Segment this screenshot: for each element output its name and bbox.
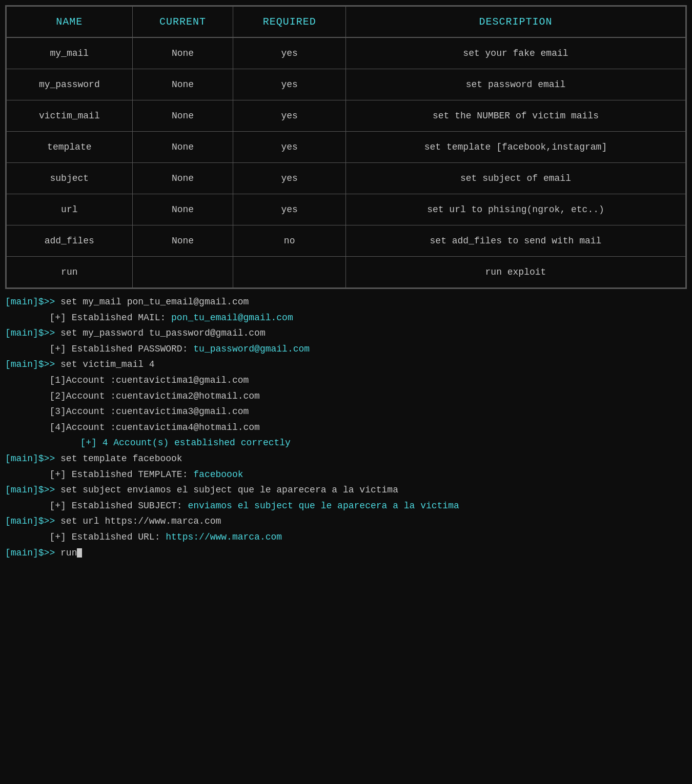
cell-description: run exploit — [345, 257, 685, 288]
cmd-text: set template faceboook — [60, 453, 182, 464]
plain-text: [4]Account :cuentavictima4@hotmail.com — [49, 422, 259, 432]
table-row: subjectNoneyesset subject of email — [7, 163, 686, 194]
table-row: add_filesNonenoset add_files to send wit… — [7, 225, 686, 257]
col-header-name: NAME — [7, 7, 133, 38]
cell-current: None — [132, 132, 233, 163]
plain-indent — [5, 406, 49, 417]
cmd-text: set my_password tu_password@gmail.com — [60, 328, 266, 338]
col-header-required: REQUIRED — [233, 7, 346, 38]
prompt: [main]$>> — [5, 453, 60, 464]
cell-current: None — [132, 37, 233, 69]
table-row: templateNoneyesset template [facebook,in… — [7, 132, 686, 163]
table-row: runrun exploit — [7, 257, 686, 288]
response-indent — [5, 532, 49, 542]
cell-current: None — [132, 100, 233, 132]
cmd-text: set victim_mail 4 — [60, 359, 155, 369]
terminal-line: [3]Account :cuentavictima3@gmail.com — [5, 404, 687, 420]
cell-description: set the NUMBER of victim mails — [345, 100, 685, 132]
table-row: my_mailNoneyesset your fake email — [7, 37, 686, 69]
terminal-line: [+] Established URL: https://www.marca.c… — [5, 529, 687, 545]
cell-description: set subject of email — [345, 163, 685, 194]
prompt: [main]$>> — [5, 548, 60, 558]
terminal-line: [main]$>> set my_password tu_password@gm… — [5, 325, 687, 341]
cell-current: None — [132, 225, 233, 257]
response-label: [+] Established SUBJECT: — [49, 501, 188, 511]
col-header-current: CURRENT — [132, 7, 233, 38]
response-label: [+] Established TEMPLATE: — [49, 469, 193, 480]
cell-required — [233, 257, 346, 288]
response-value: pon_tu_email@gmail.com — [171, 313, 293, 323]
terminal-line: [+] Established MAIL: pon_tu_email@gmail… — [5, 310, 687, 326]
terminal-line: [main]$>> set victim_mail 4 — [5, 357, 687, 373]
cursor — [77, 548, 82, 558]
cell-name: my_mail — [7, 37, 133, 69]
plain-text: [3]Account :cuentavictima3@gmail.com — [49, 406, 249, 417]
cell-current: None — [132, 163, 233, 194]
response-value: faceboook — [193, 469, 243, 480]
plain-indent — [5, 422, 49, 432]
cell-required: yes — [233, 100, 346, 132]
plain-text: [1]Account :cuentavictima1@gmail.com — [49, 375, 249, 385]
cell-description: set add_files to send with mail — [345, 225, 685, 257]
cell-required: yes — [233, 69, 346, 100]
cmd-text: set my_mail pon_tu_email@gmail.com — [60, 297, 249, 307]
prompt: [main]$>> — [5, 485, 60, 495]
plain-indent — [5, 375, 49, 385]
cell-description: set your fake email — [345, 37, 685, 69]
terminal-output: [main]$>> set my_mail pon_tu_email@gmail… — [5, 294, 687, 561]
terminal-line: [main]$>> set template faceboook — [5, 451, 687, 467]
cmd-text: set url https://www.marca.com — [60, 516, 221, 526]
prompt: [main]$>> — [5, 297, 60, 307]
response-label: [+] Established URL: — [49, 532, 166, 542]
terminal-line: [+] Established PASSWORD: tu_password@gm… — [5, 341, 687, 357]
prompt: [main]$>> — [5, 516, 60, 526]
terminal-line: [2]Account :cuentavictima2@hotmail.com — [5, 388, 687, 404]
prompt: [main]$>> — [5, 359, 60, 369]
cell-name: my_password — [7, 69, 133, 100]
response-value: https://www.marca.com — [166, 532, 282, 542]
cell-description: set url to phising(ngrok, etc..) — [345, 194, 685, 225]
response-indent — [5, 438, 49, 448]
cmd-text: run — [60, 548, 77, 558]
terminal-line: [4]Account :cuentavictima4@hotmail.com — [5, 420, 687, 436]
options-table: NAME CURRENT REQUIRED DESCRIPTION my_mai… — [6, 6, 686, 288]
table-row: my_passwordNoneyesset password email — [7, 69, 686, 100]
cell-name: url — [7, 194, 133, 225]
response-indent — [5, 344, 49, 354]
terminal-line: [main]$>> run — [5, 545, 687, 561]
cell-required: yes — [233, 37, 346, 69]
plain-text: [2]Account :cuentavictima2@hotmail.com — [49, 391, 259, 401]
cell-required: yes — [233, 132, 346, 163]
cell-current: None — [132, 69, 233, 100]
terminal-line: [main]$>> set subject enviamos el subjec… — [5, 482, 687, 498]
response-indent — [5, 469, 49, 480]
response-label: [+] Established MAIL: — [49, 313, 171, 323]
response-value: enviamos el subject que le aparecera a l… — [188, 501, 459, 511]
cell-name: template — [7, 132, 133, 163]
cell-required: yes — [233, 194, 346, 225]
col-header-description: DESCRIPTION — [345, 7, 685, 38]
response-indent — [5, 501, 49, 511]
cell-name: subject — [7, 163, 133, 194]
cell-name: run — [7, 257, 133, 288]
terminal-line: [1]Account :cuentavictima1@gmail.com — [5, 373, 687, 388]
terminal-line: [+] Established TEMPLATE: faceboook — [5, 467, 687, 483]
cell-description: set password email — [345, 69, 685, 100]
response-label: [+] Established PASSWORD: — [49, 344, 193, 354]
cell-name: add_files — [7, 225, 133, 257]
table-container: NAME CURRENT REQUIRED DESCRIPTION my_mai… — [5, 5, 687, 289]
cell-name: victim_mail — [7, 100, 133, 132]
cmd-text: set subject enviamos el subject que le a… — [60, 485, 398, 495]
table-row: victim_mailNoneyesset the NUMBER of vict… — [7, 100, 686, 132]
response-full-text: [+] 4 Account(s) established correctly — [49, 438, 290, 448]
cell-description: set template [facebook,instagram] — [345, 132, 685, 163]
response-indent — [5, 313, 49, 323]
table-header-row: NAME CURRENT REQUIRED DESCRIPTION — [7, 7, 686, 38]
terminal-line: [main]$>> set my_mail pon_tu_email@gmail… — [5, 294, 687, 310]
cell-current: None — [132, 194, 233, 225]
terminal-line: [main]$>> set url https://www.marca.com — [5, 513, 687, 529]
terminal-line: [+] Established SUBJECT: enviamos el sub… — [5, 498, 687, 514]
plain-indent — [5, 391, 49, 401]
table-row: urlNoneyesset url to phising(ngrok, etc.… — [7, 194, 686, 225]
cell-required: yes — [233, 163, 346, 194]
